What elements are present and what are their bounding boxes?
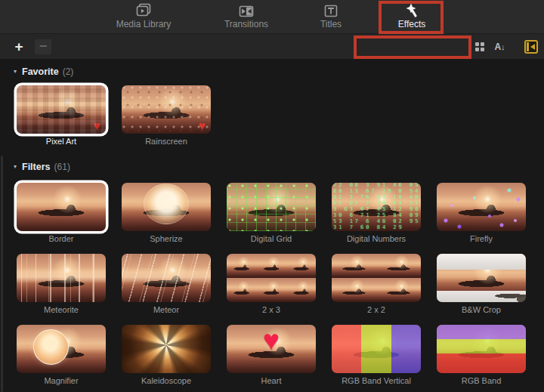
tab-label: Media Library: [102, 20, 185, 29]
effect-item: RGB Band: [437, 325, 526, 387]
bw-band-bottom: [437, 291, 526, 302]
tab-transitions[interactable]: Transitions: [209, 3, 284, 32]
collapse-panel-button[interactable]: [524, 39, 539, 54]
effect-name-label: Pixel Art: [17, 137, 106, 147]
sort-button[interactable]: A↓: [491, 39, 508, 54]
heart-overlay-icon: ♥: [227, 325, 316, 357]
effect-thumbnail[interactable]: [122, 325, 211, 373]
effect-thumbnail[interactable]: [437, 183, 526, 231]
section-title: Filters: [22, 162, 51, 172]
effect-thumbnail[interactable]: [122, 183, 211, 231]
effect-thumbnail[interactable]: [437, 325, 526, 373]
effect-name-label: Rainscreen: [122, 137, 211, 147]
effect-thumbnail[interactable]: ♥: [122, 85, 211, 134]
effect-item: ♥Pixel Art: [17, 85, 106, 147]
effects-icon: [380, 3, 444, 20]
effect-item: Kaleidoscope: [122, 325, 211, 387]
effect-thumbnail[interactable]: [17, 183, 106, 231]
effect-name-label: Digital Grid: [227, 234, 316, 245]
effect-thumbnail[interactable]: [17, 254, 106, 302]
magnifier-lens: [33, 329, 69, 365]
effect-item: ♥Rainscreen: [122, 85, 211, 147]
section-filters: ▾Filters(61)BorderSpherizeDigital Grid72…: [0, 161, 544, 387]
effect-thumbnail[interactable]: [122, 254, 211, 302]
effect-name-label: Border: [17, 234, 106, 245]
effect-name-label: Spherize: [122, 234, 211, 245]
tab-label: Titles: [301, 20, 361, 29]
effects-toolbar: + − A↓: [0, 33, 544, 59]
grid-view-icon: [475, 42, 484, 51]
effect-name-label: 2 x 2: [332, 305, 421, 316]
effect-item: RGB Band Vertical: [332, 325, 421, 387]
favorite-grid: ♥Pixel Art♥Rainscreen: [17, 85, 527, 147]
section-count: (2): [63, 66, 74, 77]
effect-thumbnail[interactable]: ♥: [17, 85, 106, 134]
grid-view-button[interactable]: [472, 39, 487, 54]
effect-item: 72 08 3 91 46 05 88 13 67 29 0 54 81 3 7…: [332, 183, 421, 245]
transitions-icon: [209, 3, 284, 20]
effect-thumbnail[interactable]: [227, 254, 316, 302]
collapse-panel-icon: [524, 40, 538, 54]
effect-name-label: Firefly: [437, 234, 526, 245]
effect-item: Border: [17, 183, 106, 245]
tab-effects[interactable]: Effects: [380, 3, 444, 32]
sort-az-icon: A↓: [494, 42, 504, 52]
effect-name-label: Magnifier: [17, 376, 106, 387]
effect-item: ♥Heart: [227, 325, 316, 387]
effect-item: B&W Crop: [437, 254, 526, 316]
effect-item: Spherize: [122, 183, 211, 245]
effect-thumbnail[interactable]: 72 08 3 91 46 05 88 13 67 29 0 54 81 3 7…: [332, 183, 421, 231]
effect-item: Firefly: [437, 183, 526, 245]
tab-titles[interactable]: Titles: [301, 3, 361, 32]
section-header-filters[interactable]: ▾Filters(61): [14, 161, 544, 172]
effect-item: Meteorite: [17, 254, 106, 316]
section-favorite: ▾Favorite(2)♥Pixel Art♥Rainscreen: [0, 66, 544, 147]
tab-label: Transitions: [209, 20, 284, 29]
collapse-arrow-icon: ▾: [14, 68, 17, 75]
effect-thumbnail[interactable]: [332, 254, 421, 302]
favorite-heart-icon: ♥: [94, 120, 101, 132]
media-library-icon: [102, 3, 185, 20]
effect-name-label: RGB Band: [437, 376, 526, 387]
effect-thumbnail[interactable]: [17, 325, 106, 373]
effect-name-label: RGB Band Vertical: [332, 376, 421, 387]
effect-thumbnail[interactable]: [437, 254, 526, 302]
effects-panel-window: Media Library Transitions Titles: [0, 0, 544, 392]
top-tab-bar: Media Library Transitions Titles: [0, 0, 544, 33]
effect-name-label: B&W Crop: [437, 305, 526, 316]
tab-label: Effects: [380, 20, 444, 29]
section-header-favorite[interactable]: ▾Favorite(2): [14, 66, 544, 77]
effect-name-label: Heart: [227, 376, 316, 387]
filters-grid: BorderSpherizeDigital Grid72 08 3 91 46 …: [17, 183, 527, 387]
section-count: (61): [54, 162, 70, 172]
effect-item: Meteor: [122, 254, 211, 316]
favorite-heart-icon: ♥: [199, 120, 206, 132]
effect-name-label: Meteor: [122, 305, 211, 316]
collapse-arrow-icon: ▾: [14, 163, 17, 170]
tab-media-library[interactable]: Media Library: [102, 3, 185, 32]
section-title: Favorite: [22, 66, 59, 77]
effect-item: Magnifier: [17, 325, 106, 387]
digital-numbers-overlay: 72 08 3 91 46 05 88 13 67 29 0 54 81 3 7…: [333, 183, 421, 231]
effect-thumbnail[interactable]: ♥: [227, 325, 316, 373]
remove-effect-button[interactable]: −: [35, 39, 51, 54]
effect-name-label: Digital Numbers: [332, 234, 421, 245]
effect-thumbnail[interactable]: [332, 325, 421, 373]
effect-thumbnail[interactable]: [227, 183, 316, 231]
titles-icon: [301, 3, 361, 20]
effect-name-label: 2 x 3: [227, 305, 316, 316]
effect-item: 2 x 3: [227, 254, 316, 316]
add-effect-button[interactable]: +: [11, 39, 27, 55]
effect-name-label: Meteorite: [17, 305, 106, 316]
bw-band-top: [437, 254, 526, 270]
effect-name-label: Kaleidoscope: [122, 376, 211, 387]
effect-item: Digital Grid: [227, 183, 316, 245]
effect-item: 2 x 2: [332, 254, 421, 316]
sphere-overlay: [144, 184, 189, 224]
effects-panel-content: ▾Favorite(2)♥Pixel Art♥Rainscreen▾Filter…: [0, 59, 544, 392]
